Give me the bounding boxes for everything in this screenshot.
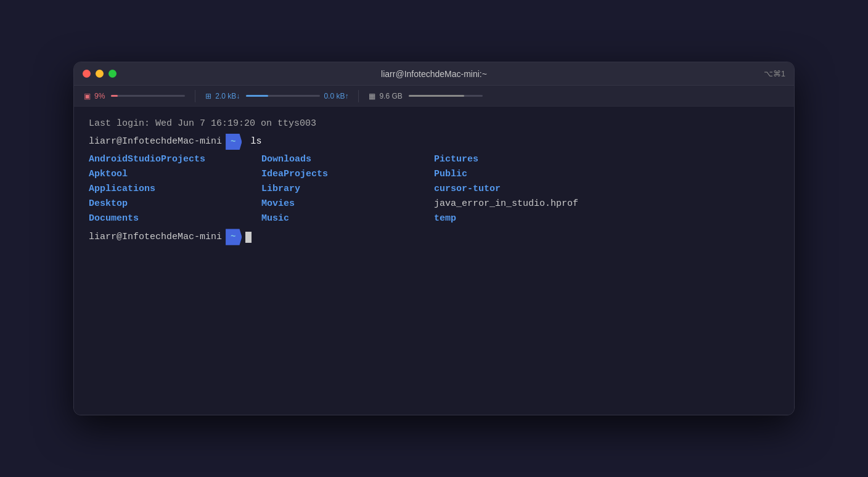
list-item: Apktool <box>89 167 261 182</box>
cpu-value: 9% <box>94 92 105 100</box>
list-item: java_error_in_studio.hprof <box>434 197 779 211</box>
ls-IdeaProjects: IdeaProjects <box>261 168 328 180</box>
terminal-window: liarr@InfotechdeMac-mini:~ ⌥⌘1 ▣ 9% ⊞ 2.… <box>73 62 795 415</box>
ls-Library: Library <box>261 183 300 195</box>
list-item: Music <box>261 211 434 226</box>
mem-bar-bg <box>409 95 483 97</box>
ls-temp: temp <box>434 213 456 224</box>
net-icon: ⊞ <box>205 92 211 100</box>
net-up-value: 0.0 kB↑ <box>324 92 348 100</box>
ls-Documents: Documents <box>89 213 139 224</box>
command-text: ls <box>250 134 261 149</box>
prompt-arrow-2: ~ <box>226 229 242 245</box>
ls-AndroidStudioProjects: AndroidStudioProjects <box>89 153 205 165</box>
cursor <box>245 232 252 243</box>
list-item: Downloads <box>261 152 434 167</box>
list-item: Public <box>434 167 779 182</box>
list-item: Movies <box>261 197 434 211</box>
net-down-value: 2.0 kB↓ <box>215 92 240 100</box>
minimize-button[interactable] <box>96 70 104 78</box>
list-item: Desktop <box>89 197 261 211</box>
ls-Apktool: Apktool <box>89 168 128 180</box>
cpu-bar-fill <box>111 95 118 97</box>
prompt-user-2: liarr@InfotechdeMac-mini <box>89 230 222 245</box>
ls-Pictures: Pictures <box>434 153 478 165</box>
list-item: Documents <box>89 211 261 226</box>
prompt-line-1: liarr@InfotechdeMac-mini ~ ls <box>89 134 779 150</box>
ls-output: AndroidStudioProjects Downloads Pictures… <box>89 152 779 226</box>
ls-Movies: Movies <box>261 198 295 210</box>
cpu-icon: ▣ <box>84 92 91 100</box>
net-stat: ⊞ 2.0 kB↓ 0.0 kB↑ <box>205 92 348 100</box>
prompt-arrow-1: ~ <box>226 134 242 150</box>
list-item: Pictures <box>434 152 779 167</box>
cpu-stat: ▣ 9% <box>84 92 185 100</box>
list-item: Library <box>261 182 434 197</box>
login-line: Last login: Wed Jun 7 16:19:20 on ttys00… <box>89 116 779 131</box>
mem-stat: ▦ 9.6 GB <box>369 92 482 100</box>
list-item: temp <box>434 211 779 226</box>
ls-Public: Public <box>434 168 467 180</box>
list-item: cursor-tutor <box>434 182 779 197</box>
close-button[interactable] <box>83 70 91 78</box>
arrow-tilde-2: ~ <box>226 229 242 245</box>
net-bar-fill <box>246 95 268 97</box>
divider-2 <box>358 90 359 102</box>
ls-Applications: Applications <box>89 183 155 195</box>
title-bar: liarr@InfotechdeMac-mini:~ ⌥⌘1 <box>74 62 794 86</box>
prompt-user-1: liarr@InfotechdeMac-mini <box>89 134 222 149</box>
ls-Desktop: Desktop <box>89 198 128 210</box>
stats-bar: ▣ 9% ⊞ 2.0 kB↓ 0.0 kB↑ ▦ 9.6 GB <box>74 86 794 107</box>
divider-1 <box>195 90 195 102</box>
ls-cursor-tutor: cursor-tutor <box>434 183 501 195</box>
ls-Music: Music <box>261 213 289 224</box>
terminal-body[interactable]: Last login: Wed Jun 7 16:19:20 on ttys00… <box>74 107 794 415</box>
arrow-tilde-1: ~ <box>226 134 242 150</box>
ls-java-error: java_error_in_studio.hprof <box>434 198 578 210</box>
list-item: Applications <box>89 182 261 197</box>
list-item: AndroidStudioProjects <box>89 152 261 167</box>
mem-value: 9.6 GB <box>379 92 402 100</box>
maximize-button[interactable] <box>108 70 117 78</box>
traffic-lights <box>83 70 117 78</box>
list-item: IdeaProjects <box>261 167 434 182</box>
shortcut-hint: ⌥⌘1 <box>764 69 785 78</box>
mem-bar-fill <box>409 95 464 97</box>
mem-icon: ▦ <box>369 92 375 100</box>
net-bar-bg <box>246 95 320 97</box>
window-title: liarr@InfotechdeMac-mini:~ <box>381 69 487 79</box>
ls-Downloads: Downloads <box>261 153 311 165</box>
cpu-bar-bg <box>111 95 185 97</box>
prompt-line-2: liarr@InfotechdeMac-mini ~ <box>89 229 779 245</box>
